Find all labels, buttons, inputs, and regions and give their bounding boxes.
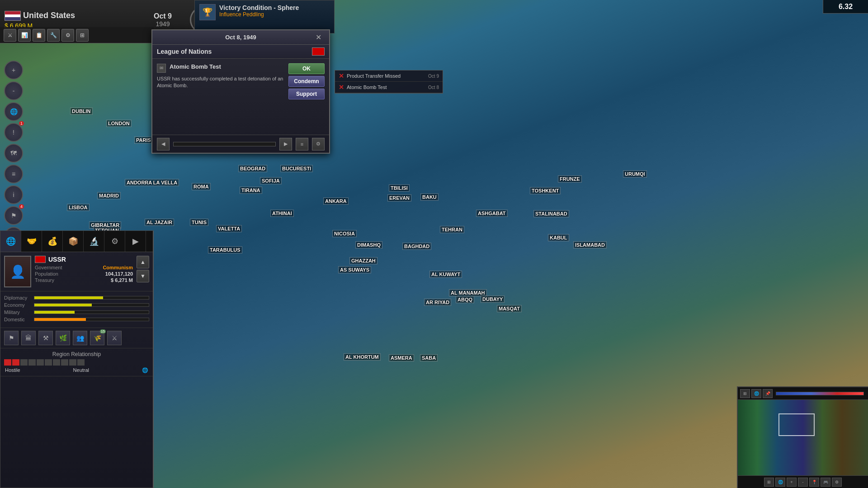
nav-zoom-in[interactable]: + xyxy=(4,61,23,80)
city-al-khortum[interactable]: AL KHORTUM xyxy=(344,353,381,361)
minimap-btn-2[interactable]: 🌐 xyxy=(751,389,761,398)
city-tehran[interactable]: TEHRAN xyxy=(440,226,464,233)
toolbar-btn-4[interactable]: 🔧 xyxy=(47,29,60,42)
notification-1[interactable]: ✕ Product Transfer Missed Oct 9 xyxy=(335,70,443,82)
nav-zoom-out[interactable]: - xyxy=(4,81,23,100)
nav-alert[interactable]: ! xyxy=(4,123,23,142)
treasury-row: Treasury $ 6,271 M xyxy=(35,277,133,283)
city-valetta[interactable]: VALETTA xyxy=(216,225,242,232)
league-dialog: Oct 8, 1949 ✕ League of Nations ✉ Atomic… xyxy=(151,29,330,154)
action-3[interactable]: ⚒ xyxy=(38,331,53,345)
support-button[interactable]: Support xyxy=(288,89,325,99)
notification-2[interactable]: ✕ Atomic Bomb Test Oct 8 xyxy=(335,82,443,93)
victory-bar: 🏆 Victory Condition - Sphere Influence P… xyxy=(194,0,335,33)
condemn-button[interactable]: Condemn xyxy=(288,76,325,87)
city-tunis[interactable]: TUNIS xyxy=(190,219,208,226)
minimap-foot-1[interactable]: ⊞ xyxy=(764,478,774,487)
minimap-btn-3[interactable]: 📌 xyxy=(763,389,773,398)
toolbar-btn-1[interactable]: ⚔ xyxy=(4,29,16,42)
city-dublin[interactable]: DUBLIN xyxy=(70,108,93,115)
city-toshkent[interactable]: TOSHKENT xyxy=(530,187,561,194)
tab-settings[interactable]: ⚙ xyxy=(104,231,125,252)
minimap-foot-5[interactable]: 📍 xyxy=(809,478,819,487)
city-dimashq[interactable]: DIMASHQ xyxy=(355,241,382,249)
scroll-up-btn[interactable]: ▲ xyxy=(137,256,149,268)
city-stalinabad[interactable]: STALINABAD xyxy=(533,210,569,217)
city-baku[interactable]: BAKU xyxy=(420,193,439,201)
tab-play[interactable]: ▶ xyxy=(125,231,146,252)
tab-economy[interactable]: 💰 xyxy=(42,231,63,252)
action-1[interactable]: ⚑ xyxy=(4,331,19,345)
nav-map[interactable]: 🗺 xyxy=(4,144,23,163)
city-andorra-la-vella[interactable]: ANDORRA LA VELLA xyxy=(125,179,179,186)
city-athinai[interactable]: ATHINAI xyxy=(270,210,294,217)
nav-info[interactable]: i xyxy=(4,185,23,204)
action-2[interactable]: 🏛 xyxy=(21,331,36,345)
economy-stat-label: Economy xyxy=(4,302,31,308)
next-event-btn[interactable]: ▶ xyxy=(279,138,292,150)
minimap-foot-2[interactable]: 🌐 xyxy=(775,478,785,487)
city-dubayy[interactable]: DUBAYY xyxy=(481,296,505,303)
city-erevan[interactable]: EREVAN xyxy=(387,194,411,202)
city-roma[interactable]: ROMA xyxy=(192,183,211,190)
city-paris[interactable]: PARIS xyxy=(134,136,153,144)
city-al-jazair[interactable]: AL JAZAIR xyxy=(145,219,174,226)
city-baghdad[interactable]: BAGHDAD xyxy=(402,243,431,250)
toolbar-btn-3[interactable]: 📋 xyxy=(33,29,45,42)
nav-globe[interactable]: 🌐 xyxy=(4,102,23,121)
ok-button[interactable]: OK xyxy=(288,63,325,74)
tab-diplomacy[interactable]: 🤝 xyxy=(21,231,42,252)
event-list-btn[interactable]: ≡ xyxy=(296,138,308,150)
city-nicosia[interactable]: NICOSIA xyxy=(332,230,357,237)
tab-industry[interactable]: 📦 xyxy=(63,231,84,252)
minimap-foot-7[interactable]: ⚙ xyxy=(832,478,842,487)
city-lisboa[interactable]: LISBOA xyxy=(67,204,90,211)
scroll-down-btn[interactable]: ▼ xyxy=(137,270,149,282)
globe-icon[interactable]: 🌐 xyxy=(142,367,148,373)
city-tirana[interactable]: TIRANA xyxy=(240,187,262,194)
city-abqq[interactable]: ABQQ xyxy=(456,296,474,303)
dialog-footer: ◀ ▶ ≡ ⚙ xyxy=(152,135,329,153)
minimap-btn-1[interactable]: ⊞ xyxy=(740,389,750,398)
city-islamabad[interactable]: ISLAMABAD xyxy=(573,241,607,249)
toolbar-btn-settings[interactable]: ⊞ xyxy=(76,29,89,42)
city-ashgabat[interactable]: ASHGABAT xyxy=(476,210,508,217)
city-ar-riyad[interactable]: AR RIYAD xyxy=(424,299,451,306)
city-london[interactable]: LONDON xyxy=(106,120,132,127)
city-madrid[interactable]: MADRID xyxy=(97,192,121,199)
minimap-view[interactable] xyxy=(738,400,868,475)
toolbar-btn-5[interactable]: ⚙ xyxy=(61,29,74,42)
action-5[interactable]: 👥 xyxy=(73,331,87,345)
city-tbilisi[interactable]: TBILISI xyxy=(389,184,410,192)
city-beograd[interactable]: BEOGRAD xyxy=(238,165,267,172)
city-as-suways[interactable]: AS SUWAYS xyxy=(338,266,371,273)
city-kabul[interactable]: KABUL xyxy=(548,234,569,241)
prev-event-btn[interactable]: ◀ xyxy=(157,138,170,150)
city-ankara[interactable]: ANKARA xyxy=(323,197,349,205)
toolbar-btn-2[interactable]: 📊 xyxy=(18,29,31,42)
city-urumqi[interactable]: URUMQI xyxy=(623,170,647,178)
tab-globe[interactable]: 🌐 xyxy=(0,231,21,252)
city-tarabulus[interactable]: TARABULUS xyxy=(208,246,242,253)
city-masqat[interactable]: MASQAT xyxy=(497,305,522,312)
tab-research[interactable]: 🔬 xyxy=(84,231,104,252)
event-settings-btn[interactable]: ⚙ xyxy=(312,138,325,150)
minimap-foot-3[interactable]: + xyxy=(787,478,797,487)
nav-filter[interactable]: ≡ xyxy=(4,164,23,183)
action-7[interactable]: ⚔ xyxy=(107,331,122,345)
city-bucuresti[interactable]: BUCURESTI xyxy=(280,165,313,172)
minimap-foot-6[interactable]: 🎮 xyxy=(821,478,830,487)
nav-warn[interactable]: ⚑ xyxy=(4,206,23,225)
city-al-kuwayt[interactable]: AL KUWAYT xyxy=(429,271,462,278)
city-ghazzah[interactable]: GHAZZAH xyxy=(349,257,377,264)
city-asmera[interactable]: ASMERA xyxy=(389,354,414,361)
city-sofija[interactable]: SOFIJA xyxy=(260,177,282,184)
notif-x-icon-1: ✕ xyxy=(339,72,344,80)
city-frunze[interactable]: FRUNZE xyxy=(558,175,582,183)
action-4[interactable]: 🌿 xyxy=(56,331,70,345)
minimap-foot-4[interactable]: - xyxy=(798,478,808,487)
action-6[interactable]: 🌾 15 xyxy=(90,331,104,345)
city-saba[interactable]: SABA xyxy=(420,354,438,361)
notifications-panel: ✕ Product Transfer Missed Oct 9 ✕ Atomic… xyxy=(335,70,443,94)
dialog-close-btn[interactable]: ✕ xyxy=(316,33,325,42)
